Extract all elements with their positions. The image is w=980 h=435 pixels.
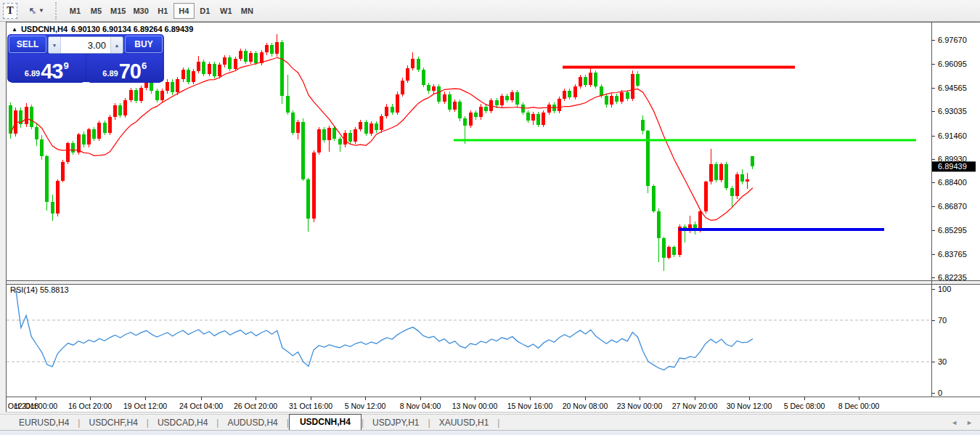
svg-text:24 Oct 04:00: 24 Oct 04:00 (179, 402, 223, 410)
svg-text:70: 70 (938, 316, 947, 325)
timeframe-button-m15[interactable]: M15 (107, 3, 129, 19)
svg-text:6.94565: 6.94565 (938, 84, 967, 92)
text-tool-button[interactable]: T (3, 3, 17, 19)
volume-increase-button[interactable]: ▲ (110, 37, 123, 53)
svg-text:5 Nov 12:00: 5 Nov 12:00 (345, 402, 386, 410)
svg-text:16 Oct 20:00: 16 Oct 20:00 (68, 402, 112, 410)
svg-text:6.86870: 6.86870 (938, 202, 967, 211)
trading-terminal-window: T ▼ M1M5M15M30H1H4D1W1MN 6.976706.960956… (0, 0, 980, 435)
svg-text:13 Nov 00:00: 13 Nov 00:00 (452, 402, 498, 410)
svg-text:6.85295: 6.85295 (938, 226, 967, 235)
collapse-triangle-icon[interactable]: ▲ (12, 26, 17, 33)
caret-down-icon: ▼ (38, 7, 44, 14)
chart-tab-usdjpy-h1[interactable]: USDJPY,H1 (364, 415, 428, 431)
buy-button[interactable]: BUY (125, 36, 163, 53)
svg-text:6.97670: 6.97670 (938, 36, 967, 44)
svg-text:6.88400: 6.88400 (938, 178, 967, 187)
svg-text:15 Nov 16:00: 15 Nov 16:00 (507, 402, 553, 410)
chart-tab-audusd-h4[interactable]: AUDUSD,H4 (219, 415, 286, 431)
tab-separator: | (497, 418, 499, 431)
svg-text:5 Dec 08:00: 5 Dec 08:00 (784, 402, 825, 410)
symbol-name: USDCNH,H4 (21, 25, 68, 33)
volume-input[interactable] (61, 40, 110, 51)
svg-text:6.96095: 6.96095 (938, 60, 967, 68)
arrows-icon (28, 5, 37, 17)
svg-text:8 Nov 04:00: 8 Nov 04:00 (400, 402, 441, 410)
chart-tab-eurusd-h4[interactable]: EURUSD,H4 (10, 415, 78, 431)
svg-text:6.82235: 6.82235 (938, 273, 967, 282)
svg-text:26 Oct 20:00: 26 Oct 20:00 (234, 402, 277, 410)
ask-price-sup: 6 (142, 60, 147, 71)
timeframe-button-h4[interactable]: H4 (173, 3, 195, 19)
volume-decrease-button[interactable]: ▼ (49, 37, 61, 53)
timeframe-button-h1[interactable]: H1 (152, 3, 173, 19)
svg-text:12 Oct 00:00: 12 Oct 00:00 (14, 402, 57, 410)
bid-price-sup: 9 (63, 60, 68, 71)
sell-button[interactable]: SELL (9, 36, 46, 53)
svg-text:19 Oct 12:00: 19 Oct 12:00 (123, 402, 167, 410)
chart-tab-usdcad-h4[interactable]: USDCAD,H4 (149, 415, 216, 431)
svg-text:8 Dec 00:00: 8 Dec 00:00 (838, 402, 880, 410)
chart-tab-bar: EURUSD,H4|USDCHF,H4|USDCAD,H4|AUDUSD,H4|… (0, 414, 980, 431)
bid-price-button[interactable]: 6.89 43 9 (9, 54, 85, 83)
one-click-trading-panel: SELL ▼ ▲ BUY 6.89 43 9 6.89 70 6 (7, 34, 164, 82)
toolbar: T ▼ M1M5M15M30H1H4D1W1MN (0, 0, 980, 22)
symbol-ohlc: 6.90130 6.90134 6.89264 6.89439 (71, 25, 193, 33)
timeframe-button-d1[interactable]: D1 (195, 3, 216, 19)
svg-text:6.89439: 6.89439 (938, 162, 967, 171)
svg-text:6.91460: 6.91460 (938, 131, 967, 140)
timeframe-button-mn[interactable]: MN (237, 3, 258, 19)
bid-price-big: 43 (41, 62, 62, 81)
chart-tab-usdcnh-h4[interactable]: USDCNH,H4 (289, 414, 362, 431)
arrows-tool-button[interactable]: ▼ (23, 3, 49, 19)
tab-scroll-right-icon[interactable]: ► (966, 419, 973, 426)
tab-scroll-left-icon[interactable]: ◄ (951, 419, 957, 426)
volume-spinner: ▼ ▲ (48, 36, 123, 54)
chart-tab-xauusd-h1[interactable]: XAUUSD,H1 (430, 415, 498, 431)
svg-text:27 Nov 20:00: 27 Nov 20:00 (672, 402, 718, 410)
ask-price-big: 70 (119, 62, 141, 81)
toolbar-grip[interactable] (55, 2, 60, 20)
timeframe-button-m30[interactable]: M30 (129, 3, 152, 19)
svg-text:6.83765: 6.83765 (938, 250, 967, 259)
svg-text:0: 0 (938, 389, 942, 397)
svg-text:6.93035: 6.93035 (938, 107, 967, 115)
bid-price-small: 6.89 (25, 69, 40, 78)
ask-price-small: 6.89 (102, 69, 118, 78)
timeframe-button-m1[interactable]: M1 (65, 3, 86, 19)
symbol-header: ▲ USDCNH,H4 6.90130 6.90134 6.89264 6.89… (12, 25, 193, 33)
timeframe-toolbar: M1M5M15M30H1H4D1W1MN (65, 3, 258, 19)
svg-text:23 Nov 00:00: 23 Nov 00:00 (617, 402, 663, 410)
svg-text:31 Oct 16:00: 31 Oct 16:00 (289, 402, 332, 410)
ask-price-button[interactable]: 6.89 70 6 (87, 54, 163, 83)
svg-text:30 Nov 12:00: 30 Nov 12:00 (727, 402, 772, 410)
timeframe-button-w1[interactable]: W1 (216, 3, 237, 19)
chart-tab-usdchf-h4[interactable]: USDCHF,H4 (80, 415, 146, 431)
svg-text:100: 100 (938, 285, 951, 293)
rsi-label: RSI(14) 55.8813 (10, 285, 69, 294)
timeframe-button-m5[interactable]: M5 (86, 3, 107, 19)
svg-text:30: 30 (938, 357, 947, 366)
status-bar (0, 430, 980, 435)
svg-text:20 Nov 08:00: 20 Nov 08:00 (563, 402, 608, 410)
